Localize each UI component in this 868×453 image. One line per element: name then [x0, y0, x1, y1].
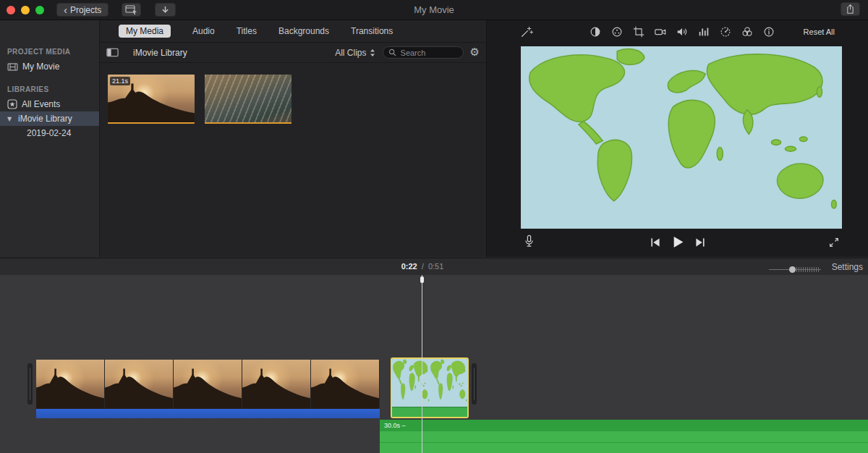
search-field[interactable] — [383, 46, 464, 59]
close-window-button[interactable] — [7, 6, 15, 14]
zoom-slider-thumb[interactable] — [789, 266, 796, 273]
search-icon — [388, 48, 396, 56]
media-tabs: My Media Audio Titles Backgrounds Transi… — [100, 20, 486, 42]
projects-button-label: Projects — [70, 5, 101, 15]
chevron-left-icon: ‹ — [64, 5, 67, 14]
speed-icon[interactable] — [719, 25, 732, 38]
sidebar-item-event-date[interactable]: 2019-02-24 — [0, 126, 99, 140]
share-icon — [846, 4, 855, 14]
library-title: iMovie Library — [133, 48, 187, 58]
tab-transitions[interactable]: Transitions — [351, 26, 393, 36]
voiceover-mic-icon[interactable] — [522, 234, 536, 249]
filmstrip-icon — [7, 63, 18, 71]
my-movie-label: My Movie — [22, 62, 59, 72]
timeline-toolbar: 0:22 / 0:51 Settings — [0, 258, 868, 276]
clip-audio-strip-green — [392, 407, 467, 418]
import-media-button[interactable] — [155, 3, 176, 17]
left-trim-handle[interactable] — [27, 363, 33, 405]
media-clip-sunset[interactable]: 21.1s — [108, 75, 195, 124]
search-input[interactable] — [399, 48, 458, 58]
current-time: 0:22 — [401, 262, 417, 271]
time-separator: / — [422, 262, 424, 271]
timeline: 30.0s – — [0, 275, 868, 453]
timeline-settings-button[interactable]: Settings — [832, 262, 863, 272]
video-preview — [521, 46, 842, 229]
disclosure-triangle-icon[interactable]: ▼ — [7, 116, 14, 122]
media-clip-waves[interactable] — [205, 75, 292, 124]
filmstrip-frame — [174, 360, 242, 409]
adjustment-tools — [589, 25, 775, 38]
imovie-library-label: iMovie Library — [18, 114, 72, 124]
share-button[interactable] — [841, 2, 860, 16]
tab-backgrounds[interactable]: Backgrounds — [278, 26, 329, 36]
timeline-video-clip-sunset[interactable] — [36, 360, 380, 409]
sidebar-toggle-button[interactable] — [106, 48, 119, 57]
reset-all-button[interactable]: Reset All — [804, 27, 835, 36]
tab-titles[interactable]: Titles — [237, 26, 257, 36]
color-correction-icon[interactable] — [610, 25, 624, 38]
skip-back-button[interactable] — [650, 237, 660, 247]
viewer-panel: Reset All — [487, 20, 868, 257]
timeline-video-clip-worldmap-selected[interactable] — [391, 357, 469, 418]
viewer-toolbar: Reset All — [487, 20, 868, 44]
clip-audio-waveform-blue[interactable] — [36, 409, 380, 418]
time-display: 0:22 / 0:51 — [401, 262, 444, 271]
event-date-label: 2019-02-24 — [27, 128, 71, 138]
playhead-handle[interactable] — [420, 276, 424, 283]
world-map-frame — [521, 46, 842, 229]
world-map-frame — [430, 359, 467, 407]
libraries-header: LIBRARIES — [7, 85, 99, 93]
traffic-lights — [7, 6, 44, 14]
volume-icon[interactable] — [676, 25, 689, 38]
all-events-label: All Events — [22, 99, 60, 109]
filmstrip-frame — [242, 360, 311, 409]
tab-audio[interactable]: Audio — [192, 26, 215, 36]
filmstrip-frame — [311, 360, 380, 409]
tab-my-media[interactable]: My Media — [119, 25, 171, 38]
library-sidebar: PROJECT MEDIA My Movie LIBRARIES All Eve… — [0, 20, 100, 257]
playhead[interactable] — [422, 275, 422, 453]
zoom-window-button[interactable] — [35, 6, 44, 14]
clips-filter-label: All Clips — [335, 48, 366, 58]
pane-toggle-icon — [106, 48, 119, 57]
sidebar-item-all-events[interactable]: All Events — [0, 97, 99, 111]
effects-filter-icon[interactable] — [741, 25, 754, 38]
media-organizer-button[interactable] — [122, 3, 141, 17]
crop-icon[interactable] — [632, 25, 645, 38]
clip-favorite-underline — [205, 122, 292, 124]
fullscreen-icon[interactable] — [828, 237, 840, 248]
info-icon[interactable] — [762, 25, 775, 38]
import-arrow-icon — [161, 5, 170, 14]
media-browser-header: iMovie Library All Clips ⚙ — [100, 42, 486, 63]
noise-reduction-eq-icon[interactable] — [697, 25, 710, 38]
sidebar-item-imovie-library[interactable]: ▼ iMovie Library — [0, 111, 99, 126]
stabilization-camera-icon[interactable] — [654, 25, 667, 38]
minimize-window-button[interactable] — [21, 6, 30, 14]
playback-controls — [487, 229, 868, 257]
waveform-midline — [380, 442, 868, 443]
background-music-clip[interactable]: 30.0s – — [380, 420, 868, 453]
color-balance-icon[interactable] — [589, 25, 602, 38]
worldmap-filmstrip — [392, 359, 467, 407]
skip-forward-button[interactable] — [694, 237, 705, 247]
timeline-zoom-slider[interactable] — [769, 266, 821, 273]
music-clip-duration-label: 30.0s – — [384, 422, 406, 429]
right-trim-handle[interactable] — [472, 363, 477, 405]
music-clip-header: 30.0s – — [380, 420, 868, 431]
transport-controls — [650, 236, 705, 248]
clip-favorite-underline — [108, 122, 195, 124]
star-box-icon — [7, 99, 17, 109]
media-clips-grid: 21.1s — [100, 63, 486, 124]
media-browser: My Media Audio Titles Backgrounds Transi… — [100, 20, 487, 257]
back-to-projects-button[interactable]: ‹ Projects — [56, 3, 109, 17]
total-duration: 0:51 — [428, 262, 443, 271]
media-window-icon — [125, 5, 137, 14]
clips-filter-dropdown[interactable]: All Clips — [335, 48, 375, 58]
stepper-arrows-icon — [370, 48, 375, 57]
auto-enhance-wand-icon[interactable] — [520, 25, 533, 38]
waves-thumbnail-art — [205, 75, 292, 124]
play-button[interactable] — [671, 236, 684, 248]
sidebar-item-my-movie[interactable]: My Movie — [0, 59, 99, 74]
settings-gear-icon[interactable]: ⚙ — [470, 47, 480, 58]
zoom-slider-ridges — [796, 267, 820, 272]
